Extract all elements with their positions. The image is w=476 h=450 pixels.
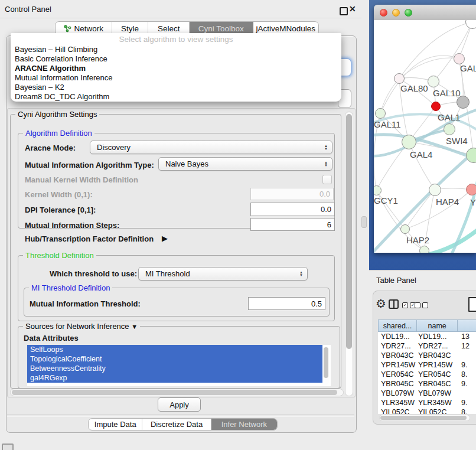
node-gcy1[interactable] [374,185,382,195]
dropdown-item-dream8-dc-tdc-algorithm[interactable]: Dream8 DC_TDC Algorithm [11,92,341,102]
new-table-icon[interactable] [468,297,476,312]
collapse-arrow-icon: ▼ [131,323,138,330]
tab-network-label: Network [74,24,104,33]
node-gal80[interactable] [394,73,405,84]
expand-arrow-icon[interactable]: ▶ [162,234,168,243]
node-table: shared...name YDL19...YDL19...13YDR27...… [378,319,476,414]
node-gal80-label: GAL80 [400,83,428,93]
node-hap2[interactable] [400,224,410,234]
table-row[interactable]: YDR27...YDR27...12 [378,341,476,351]
mi-steps-field[interactable]: 6 [250,218,335,231]
node-gal10-label: GAL10 [433,88,461,98]
zoom-button[interactable] [405,9,412,17]
tab-impute-data[interactable]: Impute Data [89,419,142,430]
table-hscrollbar-thumb[interactable] [380,416,467,420]
close-icon[interactable]: ✕ [349,4,356,14]
table-row[interactable]: YER054CYER054C8. [378,370,476,379]
table-cell: YBR043C [378,351,417,360]
table-cell: 12 [458,342,476,350]
table-row[interactable]: YPR145WYPR145W9. [378,360,476,370]
node-gal10[interactable] [428,76,439,87]
kernel-width-label: Kernel Width (0,1): [25,190,93,199]
close-button[interactable] [380,9,387,17]
column-header-name[interactable]: name [417,319,458,332]
attributes-scrollbar-thumb[interactable] [324,347,328,378]
sources-legend[interactable]: Sources for Network Inference ▼ [23,322,140,331]
dpi-tolerance-field[interactable]: 0.0 [250,203,335,216]
tab-style-label: Style [121,24,139,33]
table-row[interactable]: YIL052CYIL052C8. [378,407,476,414]
dropdown-item-aracne-algorithm[interactable]: ARACNE Algorithm [11,64,341,73]
table-cell: YBL079W [417,389,458,397]
node-gray[interactable] [457,96,470,109]
mi-algorithm-type-select[interactable]: Naive Bayes ▲▼ [158,157,332,171]
manual-kernel-label: Manual Kernel Width Definition [25,175,138,184]
table-cell: YER054C [378,370,417,379]
combo-arrows-icon: ▲▼ [299,271,303,277]
mi-type-label: Mutual Information Algorithm Type: [25,161,154,169]
settings-hscrollbar-thumb[interactable] [12,390,337,395]
table-cell: YBR043C [417,351,458,360]
network-canvas[interactable]: GALGAL80GAL10GAL1GAL11SWI4GAL4GCY1HAP4YH… [374,20,476,253]
column-header-2[interactable] [458,319,476,332]
gear-icon[interactable]: ⚙ [376,298,386,309]
tab-infer-network[interactable]: Infer Network [211,419,277,430]
table-row[interactable]: YDL19...YDL19...13 [378,332,476,341]
node-gal-cut-label: GAL [460,63,476,73]
node-salmon[interactable] [466,184,476,195]
dropdown-item-bayesian-hill-climbing[interactable]: Bayesian – Hill Climbing [11,45,341,54]
minimized-panel-icon[interactable] [2,444,14,450]
float-window-icon[interactable] [340,7,348,15]
node-swi4[interactable] [444,123,455,135]
apply-button[interactable]: Apply [158,397,201,412]
table-cell: YPR145W [417,361,458,369]
table-cell: 9. [458,399,476,407]
panel-divider-handle[interactable] [361,216,367,228]
mi-threshold-legend: MI Threshold Definition [29,283,112,292]
mi-threshold-field[interactable]: 0.5 [248,297,325,310]
attribute-item-betweennesscentrality[interactable]: BetweennessCentrality [27,364,322,373]
deselect-all-columns-icon[interactable] [415,302,428,308]
split-view-icon[interactable] [389,299,399,309]
table-row[interactable]: YLR345WYLR345W9. [378,398,476,407]
attribute-item-selfloops[interactable]: SelfLoops [27,345,322,354]
node-hap4[interactable] [429,184,441,196]
node-gal-cut[interactable] [454,53,465,64]
which-threshold-select[interactable]: MI Threshold ▲▼ [138,267,308,281]
dropdown-item-mutual-information-inference[interactable]: Mutual Information Inference [11,73,341,83]
data-attributes-label: Data Attributes [24,334,79,343]
hub-definition-label[interactable]: Hub/Transcription Factor Definition [25,234,154,243]
table-cell: 8. [458,408,476,414]
table-cell: YIL052C [417,408,458,414]
settings-scrollbar-thumb[interactable] [346,114,352,349]
column-header-shared[interactable]: shared... [378,319,417,332]
table-cell: YDL19... [378,332,417,341]
node-partial-bottom[interactable] [419,246,429,253]
dropdown-placeholder: Select algorithm to view settings [11,33,341,45]
node-gal11[interactable] [375,108,386,119]
select-all-columns-icon[interactable]: ✓ ✓ [402,302,416,308]
minimize-button[interactable] [392,9,400,17]
aracne-mode-select[interactable]: Discovery ▲▼ [90,141,332,154]
table-cell: 9. [458,361,476,369]
table-row[interactable]: YBL079WYBL079W [378,389,476,398]
node-gal1[interactable] [431,102,441,111]
dropdown-item-basic-correlation-inference[interactable]: Basic Correlation Inference [11,54,341,64]
data-attributes-list[interactable]: SelfLoopsTopologicalCoefficientBetweenne… [27,345,331,386]
table-cell: YDR27... [417,342,458,350]
table-row[interactable]: YBR043CYBR043C [378,351,476,360]
table-row[interactable]: YBR045CYBR045C9. [378,379,476,389]
manual-kernel-checkbox[interactable] [322,175,332,184]
kernel-width-field: 0.0 [250,188,334,200]
network-window: GALGAL80GAL10GAL1GAL11SWI4GAL4GCY1HAP4YH… [374,5,476,253]
settings-horizontal-scrollbar [10,389,344,396]
node-gal4[interactable] [402,135,416,149]
dropdown-item-bayesian-k2[interactable]: Bayesian – K2 [11,83,341,92]
tab-jactivemnodules-label: jActiveMNodules [256,24,315,33]
attribute-item-gal4rgexp[interactable]: gal4RGexp [27,373,322,383]
tab-discretize-data[interactable]: Discretize Data [142,419,211,430]
attribute-item-topologicalcoefficient[interactable]: TopologicalCoefficient [27,354,322,364]
table-header: shared...name [378,319,476,332]
network-window-titlebar[interactable] [374,5,476,21]
attributes-scrollbar [323,346,329,385]
